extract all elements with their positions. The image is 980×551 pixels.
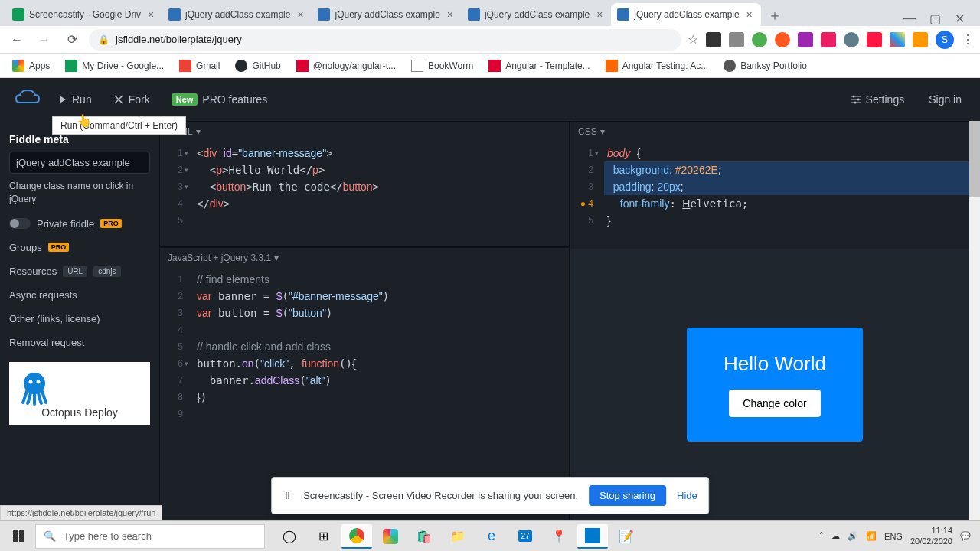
new-tab-button[interactable]: ＋ [764,5,786,26]
sidebar-removal[interactable]: Removal request [0,331,159,354]
maps-icon[interactable]: 📍 [544,524,574,549]
css-editor[interactable]: 1▾23● 45 body { background: #20262E; pad… [570,142,979,249]
sidebar-ad[interactable]: Octopus Deploy [9,362,150,425]
ext-icon[interactable] [729,32,744,47]
html-pane-header[interactable]: HTML ▾ [160,122,569,142]
fiddle-meta-heading: Fiddle meta [9,133,150,145]
sidebar-async[interactable]: Async requests [0,283,159,307]
bookmark-gmail[interactable]: Gmail [173,57,226,75]
minimize-icon[interactable]: — [903,11,916,26]
close-icon[interactable]: × [145,9,156,20]
octopus-icon [15,368,54,406]
ext-icon[interactable] [706,32,721,47]
close-icon[interactable]: × [594,9,605,20]
vertical-scrollbar[interactable] [969,121,980,520]
settings-button[interactable]: Settings [844,89,911,110]
calendar-icon[interactable]: 27 [510,524,541,549]
private-fiddle-toggle[interactable]: Private fiddle PRO [0,212,159,236]
url-field[interactable]: 🔒 jsfiddle.net/boilerplate/jquery [89,29,681,51]
cortana-icon[interactable]: ◯ [274,524,305,549]
store-icon[interactable]: 🛍️ [409,524,439,549]
browser-tab-strip: Screencastify - Google Driv × jQuery add… [0,0,980,26]
pro-features-button[interactable]: New PRO features [165,89,273,110]
signin-button[interactable]: Sign in [923,89,968,110]
cloud-icon[interactable]: ☁ [831,531,840,541]
taskview-icon[interactable]: ⊞ [308,524,338,549]
star-icon[interactable]: ☆ [688,32,698,47]
stop-sharing-button[interactable]: Stop sharing [589,485,666,506]
fiddle-description[interactable]: Change class name on click in jQuery [9,180,150,206]
result-heading: Hello World [724,352,826,376]
ext-icon[interactable] [867,32,882,47]
explorer-icon[interactable]: 📁 [443,524,473,549]
taskbar-search[interactable]: 🔍 Type here to search [35,524,265,549]
tab-jquery-3[interactable]: jQuery addClass example × [462,3,611,26]
ext-icon[interactable] [890,32,905,47]
pause-icon[interactable]: ⏸ [283,490,292,501]
slack-icon[interactable] [375,524,406,549]
tab-jquery-active[interactable]: jQuery addClass example × [611,3,760,26]
sidebar-other[interactable]: Other (links, license) [0,307,159,331]
bookmark-github[interactable]: GitHub [229,57,286,75]
address-bar: ← → ⟳ 🔒 jsfiddle.net/boilerplate/jquery … [0,26,980,54]
chevron-up-icon[interactable]: ˄ [819,531,824,541]
ext-icon[interactable] [775,32,790,47]
pro-badge: PRO [48,243,70,252]
wifi-icon[interactable]: 📶 [866,531,877,541]
jsfiddle-logo[interactable] [12,87,43,112]
notifications-icon[interactable]: 💬 [960,531,971,541]
bookmark-nology[interactable]: @nology/angular-t... [290,57,402,75]
scrollbar-thumb[interactable] [969,121,980,197]
maximize-icon[interactable]: ▢ [929,11,941,26]
tab-jquery-1[interactable]: jQuery addClass example × [162,3,312,26]
change-color-button[interactable]: Change color [729,390,820,417]
close-icon[interactable]: × [295,9,305,20]
windows-icon [13,530,24,542]
html-editor[interactable]: 1▾2▾3▾45 <div id="banner-message"> <p>He… [160,142,569,246]
sidebar-resources[interactable]: Resources URL cdnjs [0,259,159,283]
bookmark-drive[interactable]: My Drive - Google... [59,57,170,75]
banner-message: Hello World Change color [687,328,863,442]
bookmark-banksy[interactable]: Banksy Portfolio [717,57,813,75]
sidebar-groups[interactable]: Groups PRO [0,236,159,259]
new-badge: New [172,93,198,106]
fork-button[interactable]: Fork [107,89,156,110]
bookmark-angular-test[interactable]: Angular Testing: Ac... [599,57,715,75]
edge-icon[interactable]: e [476,524,507,549]
bookmark-apps[interactable]: Apps [6,57,56,75]
js-pane-header[interactable]: JavaScript + jQuery 3.3.1 ▾ [160,248,569,268]
vscode-icon[interactable] [577,524,608,549]
profile-avatar[interactable]: S [936,31,954,49]
gmail-icon [179,60,191,72]
volume-icon[interactable]: 🔊 [848,531,858,541]
toggle-icon[interactable] [9,218,31,229]
clock[interactable]: 11:14 20/02/2020 [910,526,952,546]
url-pill: URL [63,266,87,277]
menu-icon[interactable]: ⋮ [962,32,974,47]
bookmark-angular[interactable]: Angular - Template... [482,57,596,75]
pro-badge: PRO [100,219,122,228]
notepad-icon[interactable]: 📝 [611,524,642,549]
ext-icon[interactable] [913,32,928,47]
ext-icon[interactable] [821,32,836,47]
fiddle-title-input[interactable] [9,152,150,174]
window-controls: — ▢ ✕ [894,11,974,26]
css-pane-header[interactable]: CSS ▾ [570,122,979,142]
ext-icon[interactable] [844,32,859,47]
ext-icon[interactable] [798,32,813,47]
tab-screencastify[interactable]: Screencastify - Google Driv × [6,3,162,26]
language-indicator[interactable]: ENG [884,532,903,541]
tab-jquery-2[interactable]: jQuery addClass example × [312,3,461,26]
ext-icon[interactable] [752,32,767,47]
back-button[interactable]: ← [6,29,28,51]
bookmark-bookworm[interactable]: BookWorm [405,57,479,75]
close-icon[interactable]: × [445,9,456,20]
run-button[interactable]: Run Run (Command/Ctrl + Enter) [52,89,98,110]
chrome-icon[interactable] [341,524,372,549]
close-icon[interactable]: × [744,9,755,20]
hide-button[interactable]: Hide [677,490,697,501]
start-button[interactable] [3,524,34,549]
close-window-icon[interactable]: ✕ [955,11,965,26]
forward-button[interactable]: → [34,29,55,51]
reload-button[interactable]: ⟳ [61,29,83,51]
